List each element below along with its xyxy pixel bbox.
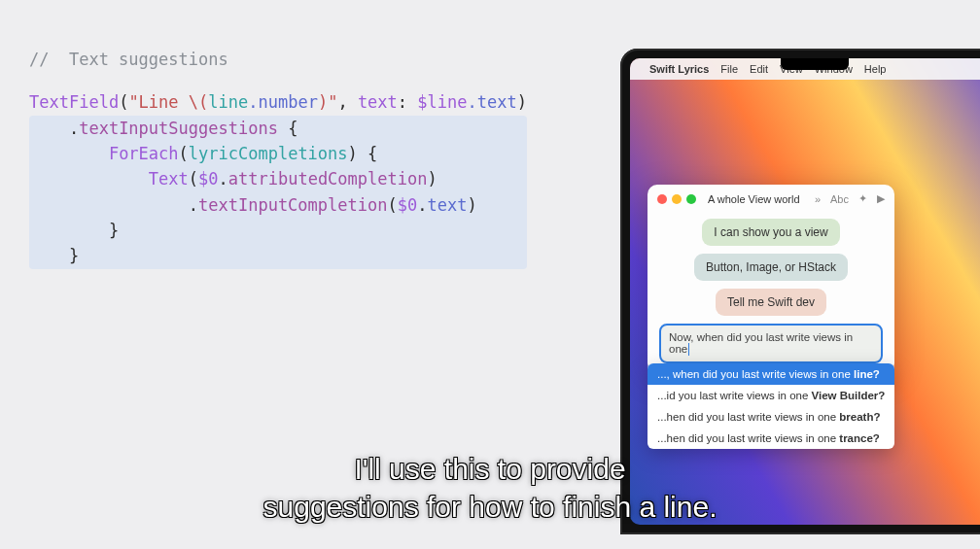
play-icon[interactable]: ▶	[877, 192, 885, 205]
suggestion-item-0[interactable]: ..., when did you last write views in on…	[648, 363, 894, 385]
chevron-icon[interactable]: »	[815, 193, 821, 205]
menu-edit[interactable]: Edit	[750, 63, 768, 75]
menubar-app-name[interactable]: Swift Lyrics	[649, 63, 709, 75]
code-highlight: .textInputSuggestions { ForEach(lyricCom…	[29, 116, 527, 269]
abc-icon[interactable]: Abc	[830, 193, 849, 205]
suggestion-item-2[interactable]: ...hen did you last write views in one b…	[648, 406, 894, 428]
sparkle-icon[interactable]: ✦	[858, 192, 867, 205]
lyrics-stack: I can show you a view Button, Image, or …	[648, 213, 894, 316]
code-line-4: Text($0.attributedCompletion)	[29, 166, 527, 191]
app-window: A whole View world » Abc ✦ ▶ I can show …	[648, 185, 894, 373]
suggestions-popup: ..., when did you last write views in on…	[648, 363, 894, 449]
code-line-1: TextField("Line \(line.number)", text: $…	[29, 89, 527, 115]
code-line-3: ForEach(lyricCompletions) {	[29, 141, 527, 166]
close-button[interactable]	[657, 194, 667, 204]
menu-file[interactable]: File	[720, 63, 738, 75]
lyric-line-3: Tell me Swift dev	[716, 289, 826, 316]
suggestion-item-3[interactable]: ...hen did you last write views in one t…	[648, 428, 894, 449]
suggestion-item-1[interactable]: ...id you last write views in one View B…	[648, 385, 894, 406]
minimize-button[interactable]	[672, 194, 682, 204]
subtitle-caption: I'll use this to provide suggestions for…	[49, 450, 930, 526]
code-block: // Text suggestions TextField("Line \(li…	[29, 47, 527, 269]
code-line-6: }	[29, 218, 527, 243]
caption-line-2: suggestions for how to finish a line.	[49, 488, 930, 526]
text-caret	[688, 343, 689, 356]
lyric-input[interactable]: Now, when did you last write views in on…	[659, 324, 883, 363]
lyric-line-1: I can show you a view	[702, 219, 839, 246]
menu-help[interactable]: Help	[864, 63, 887, 75]
window-title: A whole View world	[708, 193, 809, 205]
code-line-7: }	[29, 243, 527, 268]
notch	[781, 58, 849, 70]
code-line-5: .textInputCompletion($0.text)	[29, 192, 527, 218]
titlebar: A whole View world » Abc ✦ ▶	[648, 185, 894, 213]
lyric-line-2: Button, Image, or HStack	[694, 254, 848, 281]
code-comment: // Text suggestions	[29, 47, 527, 72]
zoom-button[interactable]	[686, 194, 696, 204]
lyric-input-text: Now, when did you last write views in on…	[669, 331, 853, 355]
code-line-2: .textInputSuggestions {	[29, 116, 527, 141]
traffic-lights	[657, 194, 696, 204]
caption-line-1: I'll use this to provide	[49, 450, 930, 488]
